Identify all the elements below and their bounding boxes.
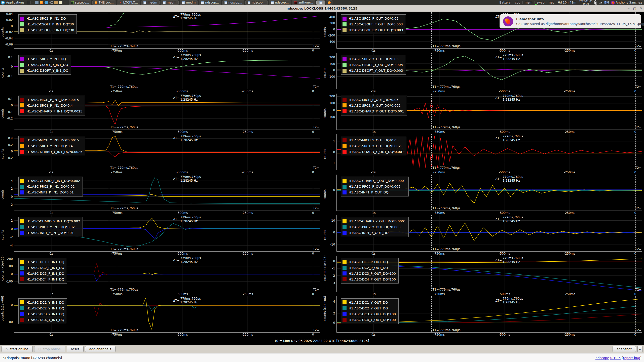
channel-name: H1:ASC-DSOFT_P_IN1_DQ*30 (26, 28, 74, 32)
legend-swatch (20, 312, 24, 316)
channel-name: H1:ASC-PRC2_P_IN1_DQ*0.02 (26, 185, 75, 188)
flameshot-tray-icon[interactable] (611, 1, 615, 5)
plot-area-dc-p-in[interactable]: H1:ASC-DC1_P_IN1_DQH1:ASC-DC2_P_IN1_DQH1… (14, 256, 320, 292)
share-icon[interactable] (49, 1, 53, 4)
mem-indicator[interactable]: mem (522, 1, 535, 4)
legend-swatch (343, 185, 347, 189)
plot-area-chard-y-out[interactable]: H1:ASC-CHARD_Y_OUT_DQ*0.0001H1:ASC-PRC2_… (336, 215, 642, 251)
stop-online-button[interactable]: □ stop online (34, 346, 65, 352)
server-status: h1daqnds1:8088 [429233 channels] (3, 356, 62, 360)
chevron-down-icon[interactable]: ⌄ (32, 1, 34, 4)
taskbar-window-firefox[interactable] (326, 1, 332, 5)
plot-area-chard-p-out[interactable]: H1:ASC-CHARD_P_OUT_DQ*0.0001H1:ASC-PRC2_… (336, 175, 642, 211)
legend-swatch (20, 138, 24, 142)
y-tick-label: 4 (333, 300, 335, 303)
applications-menu[interactable]: Applications (1, 1, 24, 5)
mail-icon[interactable] (45, 1, 48, 4)
channel-name: H1:ASC-SRC2_P_IN1_DQ (26, 17, 66, 20)
taskbar-window-9[interactable]: ndscop... (245, 1, 268, 5)
y-tick-label: 1 (333, 140, 335, 143)
plot-area-mich-p-in[interactable]: H1:ASC-MICH_P_IN1_DQ*0.0015H1:ASC-SRC1_P… (14, 94, 320, 130)
y-tick-label: -1 (332, 161, 335, 165)
minimize-button[interactable]: ‒ (628, 7, 630, 10)
snapshot-button[interactable]: snapshot (613, 346, 636, 352)
taskbar-window-10[interactable]: ndscop... (269, 1, 291, 5)
plot-area-mich-p-out[interactable]: H1:ASC-MICH_P_OUT_DQ*0.05H1:ASC-SRC1_P_O… (336, 94, 642, 130)
plot-area-src2-y-out[interactable]: H1:ASC-SRC2_Y_OUT_DQ*0.05H1:ASC-CSOFT_Y_… (336, 53, 642, 89)
t2-cursor-label: T2= (635, 328, 641, 332)
plot-area-src2-p-in[interactable]: H1:ASC-SRC2_P_IN1_DQH1:ASC-CSOFT_P_IN1_D… (14, 12, 320, 49)
plot-area-dc-y-in[interactable]: H1:ASC-DC1_Y_IN1_DQH1:ASC-DC2_Y_IN1_DQH1… (14, 296, 320, 333)
legend-entry: H1:ASC-PRC2_P_OUT_DQ*0.003 (343, 184, 406, 189)
delta-t-prefix: ΔT= (173, 299, 180, 302)
taskbar-window-5[interactable]: medm (161, 1, 179, 5)
taskbar-window-active[interactable] (316, 1, 325, 5)
maximize-button[interactable]: ▢ (633, 7, 636, 10)
reset-button[interactable]: reset (67, 346, 84, 352)
flameshot-notification[interactable]: Flameshot Info Capture saved as /ligo/ho… (500, 14, 641, 28)
firefox-icon[interactable] (40, 1, 43, 4)
legend-entry: H1:ASC-DC2_P_OUT_DQ (343, 265, 396, 271)
terminal-icon[interactable] (27, 1, 30, 4)
legend-swatch (20, 306, 24, 310)
notes-icon[interactable] (59, 1, 62, 4)
taskbar-window-11[interactable]: anthony... (292, 1, 315, 5)
channel-name: H1:ASC-DC1_P_OUT_DQ (349, 260, 388, 264)
plot-area-dc-p-out[interactable]: H1:ASC-DC1_P_OUT_DQH1:ASC-DC2_P_OUT_DQH1… (336, 256, 642, 292)
legend-entry: H1:ASC-CSOFT_P_OUT_DQ*0.003 (343, 21, 403, 27)
legend-entry: H1:ASC-DC3_P_OUT_DQ*100 (343, 271, 396, 276)
t1-cursor-label: T1=-779ms,760µs (433, 166, 461, 170)
plot-area-chard-p-in[interactable]: H1:ASC-CHARD_P_IN1_DQ*0.002H1:ASC-PRC2_P… (14, 175, 320, 211)
taskbar-window-6[interactable]: medm (180, 1, 198, 5)
taskbar-window-4[interactable]: medm (141, 1, 159, 5)
plot-area-dc-y-out[interactable]: H1:ASC-DC1_Y_OUT_DQH1:ASC-DC2_Y_OUT_DQH1… (336, 296, 642, 333)
y-axis-src2-p-in: counts0.040.020-0.02-0.04-0.06 (1, 12, 14, 49)
report-bug-link[interactable]: report bug (623, 356, 640, 360)
close-button[interactable]: ✕ (640, 7, 642, 10)
keyboard-layout[interactable]: EN (603, 1, 610, 4)
plot-area-chard-y-in[interactable]: H1:ASC-CHARD_Y_IN1_DQ*0.002H1:ASC-PRC2_Y… (14, 215, 320, 251)
screenshot-tool-icon[interactable] (599, 2, 602, 4)
x-tick-label: -1s (49, 171, 53, 174)
clock[interactable]: 2025-11-03 16:31 (578, 0, 593, 5)
version-link[interactable]: 0.19.3 (610, 356, 621, 360)
taskbar-window-1[interactable]: stateco... (69, 1, 91, 5)
taskbar-indicators: Battery cpu mem swap net 6d 10h 41m 2025… (498, 0, 643, 5)
plot-area-mich-y-out[interactable]: H1:ASC-MICH_Y_OUT_DQ*0.05H1:ASC-SRC1_Y_O… (336, 134, 642, 170)
contacts-icon[interactable] (54, 1, 58, 4)
y-axis-label: counts (1, 230, 4, 240)
cpu-indicator[interactable]: cpu (513, 1, 522, 4)
legend-swatch (343, 109, 347, 113)
delta-t-freq: 1.28245 Hz (503, 57, 523, 61)
window-button-label: ndscop... (275, 1, 289, 4)
plot-area-mich-y-in[interactable]: H1:ASC-MICH_Y_IN1_DQ*0.0015H1:ASC-SRC1_Y… (14, 134, 320, 170)
channel-name: H1:ASC-SRC1_Y_OUT_DQ*0.002 (349, 144, 401, 148)
user-name[interactable]: Anthony Sanchez (616, 1, 643, 4)
add-channels-button[interactable]: add channels (85, 346, 116, 352)
window-titlebar[interactable]: ndscope: LOCKLOSS 1446243880.8125 ‒ ▢ ✕ (0, 5, 644, 12)
plot-area-src2-y-in[interactable]: H1:ASC-SRC2_Y_IN1_DQH1:ASC-CSOFT_Y_IN1_D… (14, 53, 320, 89)
legend-entry: H1:ASC-MICH_Y_IN1_DQ*0.0015 (20, 137, 83, 143)
taskbar-window-3[interactable]: ✕LOCKLO... (117, 1, 140, 5)
y-tick-label: -2 (10, 203, 13, 207)
taskbar-window-8[interactable]: ndscop... (222, 1, 244, 5)
t1-cursor-label: T1=-779ms,760µs (433, 126, 461, 129)
legend-swatch (20, 185, 24, 189)
expand-button[interactable]: ▲ (637, 346, 642, 352)
start-online-button[interactable]: ▷ start online (2, 346, 33, 352)
y-axis-label: counts (x1e+06) (323, 271, 327, 281)
battery-indicator[interactable]: Battery (498, 1, 513, 4)
chevron-down-icon[interactable]: ⌄ (64, 1, 66, 4)
y-tick-label: 4 (11, 179, 13, 183)
net-indicator[interactable]: net (547, 1, 556, 4)
legend-entry: H1:ASC-MICH_P_IN1_DQ*0.0015 (20, 97, 82, 103)
x-tick-label: -250ms (564, 90, 575, 93)
y-tick-label: 10 (331, 219, 335, 222)
swap-indicator[interactable]: swap (535, 1, 547, 4)
ndscope-link[interactable]: ndscope (595, 356, 609, 360)
y-axis-src2-y-in: counts0.10-0.1 (1, 53, 14, 89)
channel-name: H1:ASC-DHARD_P_OUT_DQ*0.001 (349, 109, 404, 113)
folder-icon[interactable] (35, 1, 39, 4)
taskbar-window-2[interactable]: THE Loc... (92, 1, 116, 5)
taskbar-window-7[interactable]: ndscop... (199, 1, 221, 5)
